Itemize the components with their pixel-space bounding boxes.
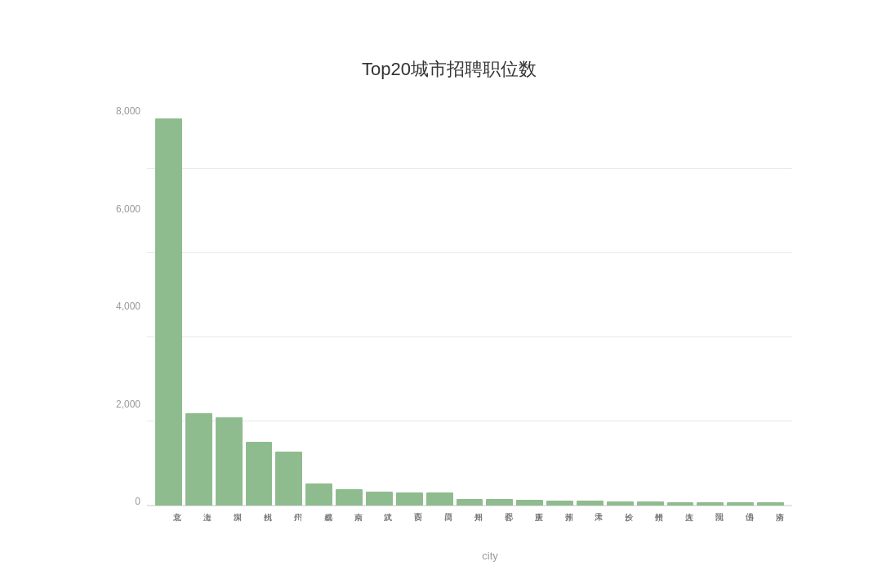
chart-container: Top20城市招聘职位数 02,0004,0006,0008,000 北京上海深… <box>41 24 841 564</box>
bar <box>577 501 604 506</box>
y-tick: 2,000 <box>116 399 140 409</box>
bar-group <box>516 106 543 506</box>
y-tick: 8,000 <box>116 106 140 116</box>
x-labels: 北京上海深圳杭州广州成都南京武汉西安厦门郑州合肥重庆苏州天津长沙赣州大连沈阳佛山… <box>147 506 792 531</box>
bar-group <box>697 106 724 506</box>
bar <box>305 483 332 506</box>
bar <box>246 442 273 506</box>
bar <box>697 502 724 506</box>
bar <box>516 500 543 506</box>
bars-container <box>147 106 792 506</box>
y-tick: 6,000 <box>116 204 140 214</box>
bar <box>426 492 453 506</box>
bar <box>396 492 423 506</box>
bar <box>667 502 694 506</box>
bar <box>727 502 754 506</box>
bar-group <box>457 106 483 506</box>
bar-group <box>577 106 604 506</box>
bar-group <box>757 106 784 506</box>
chart-title: Top20城市招聘职位数 <box>106 57 792 82</box>
bar-group <box>607 106 634 506</box>
bar <box>216 417 243 506</box>
bar <box>275 452 302 506</box>
bar <box>486 499 513 506</box>
plot-area <box>147 106 792 506</box>
bar-group <box>275 106 302 506</box>
bar-group <box>396 106 423 506</box>
bar-group <box>246 106 273 506</box>
bar <box>185 413 212 506</box>
bar <box>546 501 573 506</box>
bar-group <box>155 106 182 506</box>
y-tick: 4,000 <box>116 301 140 311</box>
bar-group <box>637 106 664 506</box>
bar-group <box>667 106 694 506</box>
x-axis-label: city <box>482 550 498 562</box>
bar <box>637 501 664 506</box>
bar <box>607 501 634 506</box>
bar-group <box>216 106 243 506</box>
bar <box>336 489 363 506</box>
bar-group <box>486 106 513 506</box>
bar-group <box>426 106 453 506</box>
bar-group <box>185 106 212 506</box>
bar <box>155 118 182 506</box>
bar-group <box>305 106 332 506</box>
bar-group <box>546 106 573 506</box>
bar-group <box>727 106 754 506</box>
chart-area: 02,0004,0006,0008,000 北京上海深圳杭州广州成都南京武汉西安… <box>106 106 792 531</box>
bar-group <box>366 106 393 506</box>
bar <box>366 492 393 506</box>
bar <box>757 502 784 506</box>
y-tick: 0 <box>135 497 140 506</box>
bar <box>457 499 483 506</box>
y-axis: 02,0004,0006,0008,000 <box>106 106 147 506</box>
bar-group <box>336 106 363 506</box>
